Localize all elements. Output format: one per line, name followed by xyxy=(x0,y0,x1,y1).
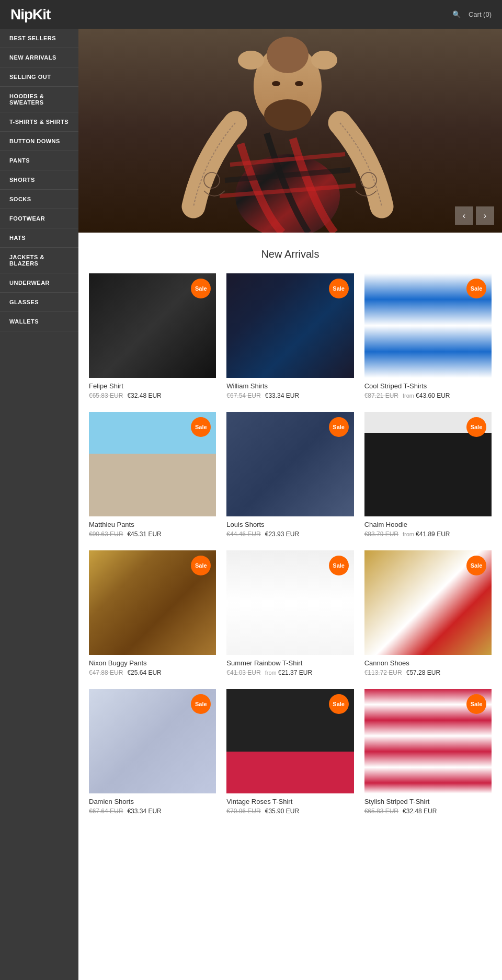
product-info: Chaim Hoodie€83.79 EURfrom €41.89 EUR xyxy=(364,516,492,540)
svg-point-4 xyxy=(264,99,311,131)
sale-price: from €21.37 EUR xyxy=(265,669,312,676)
product-prices: €41.03 EURfrom €21.37 EUR xyxy=(226,669,353,676)
hero-figure xyxy=(78,29,502,233)
sidebar-item-underwear[interactable]: UNDERWEAR xyxy=(0,273,78,293)
svg-point-9 xyxy=(238,51,264,70)
header: NipKit 🔍 Cart (0) xyxy=(0,0,502,29)
original-price: €113.72 EUR xyxy=(364,669,402,676)
product-card[interactable]: SaleChaim Hoodie€83.79 EURfrom €41.89 EU… xyxy=(364,412,492,540)
product-prices: €87.21 EURfrom €43.60 EUR xyxy=(364,392,492,399)
product-image: Sale xyxy=(364,689,492,793)
original-price: €65.83 EUR xyxy=(364,808,398,815)
sidebar-item-hoodies-sweaters[interactable]: HOODIES & SWEATERS xyxy=(0,87,78,112)
sale-price: €33.34 EUR xyxy=(265,392,299,399)
sale-badge: Sale xyxy=(329,694,349,714)
product-grid: SaleFelipe Shirt€65.83 EUR€32.48 EURSale… xyxy=(89,273,492,817)
product-card[interactable]: SaleWilliam Shirts€67.54 EUR€33.34 EUR xyxy=(226,273,353,401)
product-prices: €70.96 EUR€35.90 EUR xyxy=(226,808,353,815)
svg-point-5 xyxy=(272,81,280,86)
sale-badge: Sale xyxy=(191,279,211,298)
product-name: Cool Striped T-Shirts xyxy=(364,382,492,390)
product-info: Summer Rainbow T-Shirt€41.03 EURfrom €21… xyxy=(226,655,353,678)
section-title: New Arrivals xyxy=(89,248,492,260)
original-price: €67.54 EUR xyxy=(226,392,260,399)
sidebar-item-tshirts-shirts[interactable]: T-SHIRTS & SHIRTS xyxy=(0,112,78,132)
original-price: €67.64 EUR xyxy=(89,808,123,815)
product-card[interactable]: SaleCool Striped T-Shirts€87.21 EURfrom … xyxy=(364,273,492,401)
product-info: Felipe Shirt€65.83 EUR€32.48 EUR xyxy=(89,378,216,401)
sidebar-item-socks[interactable]: SOCKS xyxy=(0,190,78,209)
sale-price: €32.48 EUR xyxy=(403,808,437,815)
hero-next-button[interactable]: › xyxy=(476,206,494,225)
sidebar: BEST SELLERSNEW ARRIVALSSELLING OUTHOODI… xyxy=(0,29,78,980)
product-image: Sale xyxy=(89,273,216,378)
product-image: Sale xyxy=(364,273,492,378)
sale-price: €45.31 EUR xyxy=(127,531,161,538)
product-card[interactable]: SaleDamien Shorts€67.64 EUR€33.34 EUR xyxy=(89,689,216,817)
product-image: Sale xyxy=(226,273,353,378)
product-card[interactable]: SaleVintage Roses T-Shirt€70.96 EUR€35.9… xyxy=(226,689,353,817)
product-card[interactable]: SaleSummer Rainbow T-Shirt€41.03 EURfrom… xyxy=(226,550,353,678)
search-icon[interactable]: 🔍 xyxy=(452,10,461,18)
sale-price: from €43.60 EUR xyxy=(403,392,450,399)
sale-badge: Sale xyxy=(329,556,349,575)
product-card[interactable]: SaleStylish Striped T-Shirt€65.83 EUR€32… xyxy=(364,689,492,817)
sale-badge: Sale xyxy=(466,556,486,575)
product-card[interactable]: SaleCannon Shoes€113.72 EUR€57.28 EUR xyxy=(364,550,492,678)
sidebar-item-new-arrivals[interactable]: NEW ARRIVALS xyxy=(0,48,78,67)
sidebar-item-hats[interactable]: HATS xyxy=(0,228,78,248)
product-name: Summer Rainbow T-Shirt xyxy=(226,659,353,667)
product-name: Felipe Shirt xyxy=(89,382,216,390)
sidebar-item-best-sellers[interactable]: BEST SELLERS xyxy=(0,29,78,48)
original-price: €83.79 EUR xyxy=(364,531,398,538)
product-prices: €67.54 EUR€33.34 EUR xyxy=(226,392,353,399)
product-name: Louis Shorts xyxy=(226,521,353,528)
product-card[interactable]: SaleNixon Buggy Pants€47.88 EUR€25.64 EU… xyxy=(89,550,216,678)
logo[interactable]: NipKit xyxy=(10,6,50,23)
product-info: Matthieu Pants€90.63 EUR€45.31 EUR xyxy=(89,516,216,540)
sidebar-item-wallets[interactable]: WALLETS xyxy=(0,312,78,331)
product-name: Stylish Striped T-Shirt xyxy=(364,798,492,805)
product-prices: €65.83 EUR€32.48 EUR xyxy=(364,808,492,815)
cart-link[interactable]: Cart (0) xyxy=(469,10,492,18)
product-image: Sale xyxy=(226,689,353,793)
original-price: €47.88 EUR xyxy=(89,669,123,676)
sidebar-item-footwear[interactable]: FOOTWEAR xyxy=(0,209,78,228)
hero-prev-button[interactable]: ‹ xyxy=(455,206,473,225)
sale-price: €23.93 EUR xyxy=(265,531,299,538)
product-prices: €65.83 EUR€32.48 EUR xyxy=(89,392,216,399)
product-info: Louis Shorts€44.46 EUR€23.93 EUR xyxy=(226,516,353,540)
sale-badge: Sale xyxy=(466,694,486,714)
hero-navigation: ‹ › xyxy=(455,206,494,225)
header-right: 🔍 Cart (0) xyxy=(452,10,492,18)
original-price: €65.83 EUR xyxy=(89,392,123,399)
product-card[interactable]: SaleFelipe Shirt€65.83 EUR€32.48 EUR xyxy=(89,273,216,401)
sidebar-item-button-downs[interactable]: BUTTON DOWNS xyxy=(0,132,78,151)
sale-badge: Sale xyxy=(466,279,486,298)
sale-price: €57.28 EUR xyxy=(406,669,440,676)
product-name: Nixon Buggy Pants xyxy=(89,659,216,667)
sidebar-item-pants[interactable]: PANTS xyxy=(0,151,78,170)
product-prices: €47.88 EUR€25.64 EUR xyxy=(89,669,216,676)
product-image: Sale xyxy=(89,412,216,516)
sidebar-item-selling-out[interactable]: SELLING OUT xyxy=(0,67,78,87)
original-price: €70.96 EUR xyxy=(226,808,260,815)
product-card[interactable]: SaleMatthieu Pants€90.63 EUR€45.31 EUR xyxy=(89,412,216,540)
product-image: Sale xyxy=(364,412,492,516)
product-prices: €90.63 EUR€45.31 EUR xyxy=(89,531,216,538)
product-info: Vintage Roses T-Shirt€70.96 EUR€35.90 EU… xyxy=(226,793,353,817)
svg-point-3 xyxy=(267,37,309,73)
product-card[interactable]: SaleLouis Shorts€44.46 EUR€23.93 EUR xyxy=(226,412,353,540)
product-info: Cannon Shoes€113.72 EUR€57.28 EUR xyxy=(364,655,492,678)
sidebar-item-glasses[interactable]: GLASSES xyxy=(0,293,78,312)
main-content: ‹ › New Arrivals SaleFelipe Shirt€65.83 … xyxy=(78,29,502,980)
product-name: William Shirts xyxy=(226,382,353,390)
product-prices: €83.79 EURfrom €41.89 EUR xyxy=(364,531,492,538)
product-name: Chaim Hoodie xyxy=(364,521,492,528)
sidebar-item-shorts[interactable]: SHORTS xyxy=(0,170,78,190)
sale-badge: Sale xyxy=(329,279,349,298)
product-info: Damien Shorts€67.64 EUR€33.34 EUR xyxy=(89,793,216,817)
sale-price: from €41.89 EUR xyxy=(403,531,450,538)
sidebar-item-jackets-blazers[interactable]: JACKETS & BLAZERS xyxy=(0,248,78,273)
original-price: €87.21 EUR xyxy=(364,392,398,399)
